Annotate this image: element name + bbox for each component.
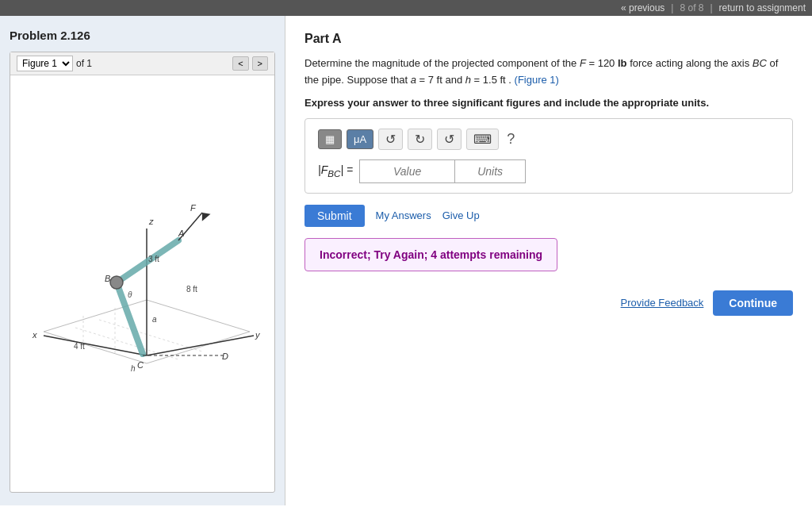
redo-icon: ↻ (415, 133, 425, 146)
figure-box: Figure 1 of 1 < > (10, 52, 275, 493)
problem-description: Determine the magnitude of the projected… (304, 56, 793, 89)
bottom-row: Provide Feedback Continue (304, 290, 793, 316)
submit-button[interactable]: Submit (304, 205, 365, 227)
svg-text:C: C (137, 360, 144, 370)
grid-icon: ▦ (325, 133, 335, 145)
figure-next-button[interactable]: > (252, 56, 268, 71)
part-title: Part A (304, 32, 793, 46)
svg-text:z: z (148, 217, 154, 226)
svg-line-12 (147, 336, 254, 355)
svg-text:A: A (178, 229, 184, 238)
previous-link[interactable]: « previous (621, 2, 665, 13)
incorrect-message: Incorrect; Try Again; 4 attempts remaini… (304, 238, 557, 271)
progress-divider: | (671, 2, 673, 13)
my-answers-link[interactable]: My Answers (376, 209, 431, 221)
svg-text:θ: θ (128, 290, 132, 299)
help-icon[interactable]: ? (507, 131, 515, 148)
figure-content: z x y (10, 75, 274, 492)
svg-line-0 (44, 332, 147, 363)
units-input[interactable] (454, 159, 526, 183)
give-up-link[interactable]: Give Up (442, 209, 480, 221)
mu-button[interactable]: μA (347, 129, 373, 149)
svg-line-1 (147, 332, 250, 363)
keyboard-icon: ⌨ (473, 133, 492, 146)
continue-button[interactable]: Continue (713, 290, 793, 316)
svg-text:4 ft: 4 ft (74, 342, 85, 351)
svg-line-5 (75, 328, 178, 359)
refresh-icon: ↺ (444, 133, 454, 146)
provide-feedback-button[interactable]: Provide Feedback (621, 297, 704, 309)
undo-button[interactable]: ↺ (378, 129, 403, 150)
figure-select[interactable]: Figure 1 (17, 56, 73, 71)
figure-of-text: of 1 (76, 58, 92, 69)
svg-text:F: F (190, 203, 197, 213)
grid-button[interactable]: ▦ (318, 129, 342, 149)
math-toolbar: ▦ μA ↺ ↻ ↺ ⌨ ? (318, 129, 779, 150)
right-panel: Part A Determine the magnitude of the pr… (285, 16, 812, 505)
svg-text:D: D (222, 351, 228, 361)
answer-box: ▦ μA ↺ ↻ ↺ ⌨ ? (304, 118, 793, 194)
return-link[interactable]: return to assignment (719, 2, 806, 13)
figure-diagram: z x y (20, 189, 266, 379)
top-bar: « previous | 8 of 8 | return to assignme… (0, 0, 812, 16)
keyboard-button[interactable]: ⌨ (466, 129, 499, 150)
input-row: |FBC| = (318, 159, 779, 183)
svg-point-16 (110, 276, 123, 289)
topbar-divider: | (710, 2, 712, 13)
svg-line-10 (44, 336, 147, 355)
figure-prev-button[interactable]: < (232, 56, 248, 71)
problem-title: Problem 2.126 (10, 29, 275, 42)
svg-text:y: y (255, 330, 261, 340)
progress-text: 8 of 8 (680, 2, 703, 13)
undo-icon: ↺ (385, 133, 396, 146)
svg-text:x: x (32, 330, 37, 340)
svg-text:8 ft: 8 ft (186, 285, 197, 294)
svg-text:h: h (131, 364, 136, 373)
svg-text:a: a (152, 315, 157, 324)
refresh-button[interactable]: ↺ (437, 129, 462, 150)
action-row: Submit My Answers Give Up (304, 205, 793, 227)
value-input[interactable] (359, 159, 454, 183)
redo-button[interactable]: ↻ (408, 129, 432, 150)
express-instructions: Express your answer to three significant… (304, 97, 793, 109)
svg-line-15 (117, 240, 178, 282)
svg-line-4 (99, 320, 202, 351)
svg-text:B: B (105, 274, 110, 283)
main-layout: Problem 2.126 Figure 1 of 1 < > (0, 16, 812, 505)
svg-line-2 (147, 300, 250, 332)
svg-text:3 ft: 3 ft (148, 255, 159, 263)
left-panel: Problem 2.126 Figure 1 of 1 < > (0, 16, 285, 505)
figure-header: Figure 1 of 1 < > (10, 52, 274, 75)
figure-link[interactable]: (Figure 1) (515, 74, 559, 86)
mu-label: μA (354, 133, 366, 145)
input-label: |FBC| = (318, 163, 353, 179)
